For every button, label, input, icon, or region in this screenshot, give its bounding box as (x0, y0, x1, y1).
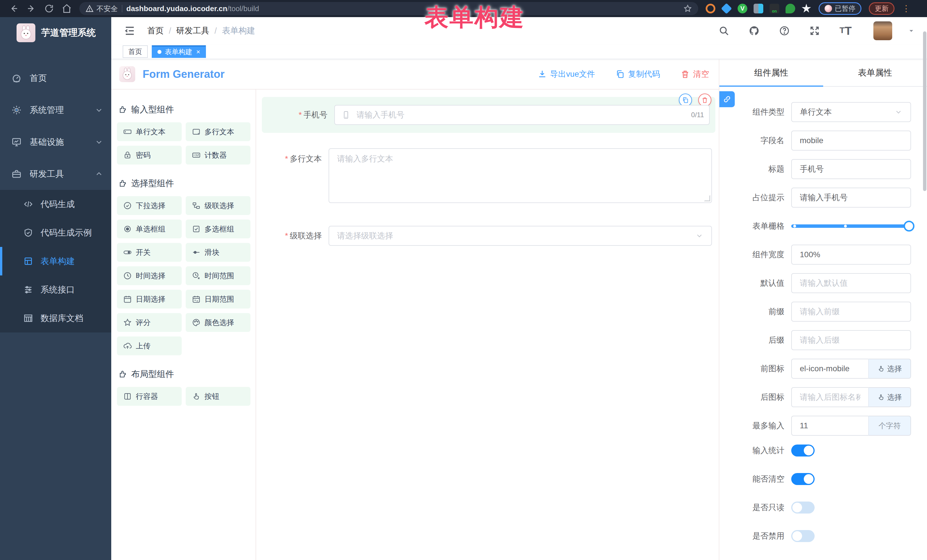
extension-icon[interactable]: on (769, 4, 779, 14)
app-logo-row[interactable]: 芋道管理系统 (0, 17, 111, 49)
drawing-board[interactable]: *手机号 0/11 *多行文本 (256, 90, 719, 560)
palette-item-select[interactable]: 下拉选择 (117, 196, 182, 215)
tab-form-props[interactable]: 表单属性 (823, 59, 927, 86)
sidebar-item-system-api[interactable]: 系统接口 (0, 275, 111, 304)
disabled-toggle[interactable] (791, 530, 815, 542)
title-input[interactable] (791, 159, 911, 179)
extension-icon[interactable] (786, 4, 795, 14)
mobile-input[interactable] (334, 105, 710, 125)
avatar-caret-icon[interactable] (908, 28, 915, 34)
address-bar[interactable]: 不安全 dashboard.yudao.iocoder.cn/tool/buil… (79, 2, 698, 15)
suffix-icon-select-button[interactable]: 选择 (868, 387, 911, 407)
palette-item-date-picker[interactable]: 日期选择 (117, 290, 182, 308)
sidebar-item-system[interactable]: 系统管理 (0, 94, 111, 126)
font-size-icon[interactable]: TT (839, 25, 852, 36)
palette-item-upload[interactable]: 上传 (117, 337, 182, 355)
tag-form-builder[interactable]: 表单构建 × (152, 46, 206, 58)
time-range-icon (192, 272, 201, 280)
browser-update-button[interactable]: 更新 (869, 2, 895, 15)
browser-home-icon[interactable] (62, 3, 72, 14)
width-input[interactable] (791, 244, 911, 265)
copy-code-button[interactable]: 复制代码 (615, 69, 660, 80)
palette-item-cascader[interactable]: 级联选择 (186, 196, 251, 215)
textarea-input[interactable] (328, 148, 712, 203)
page-scrollbar[interactable] (923, 31, 926, 559)
canvas-field-textarea[interactable]: *多行文本 (262, 148, 715, 204)
extension-icon[interactable]: V (738, 4, 747, 14)
readonly-toggle[interactable] (791, 502, 815, 513)
palette-item-rate[interactable]: 评分 (117, 313, 182, 332)
prefix-icon-select-button[interactable]: 选择 (868, 359, 911, 379)
palette-item-color-picker[interactable]: 颜色选择 (186, 313, 251, 332)
suffix-icon-input[interactable] (791, 387, 868, 407)
suffix-input[interactable] (791, 330, 911, 350)
sidebar-item-devtools[interactable]: 研发工具 (0, 158, 111, 190)
palette-item-single-text[interactable]: 单行文本 (117, 122, 182, 141)
browser-reload-icon[interactable] (44, 3, 54, 14)
sidebar-item-form-builder[interactable]: 表单构建 (0, 247, 111, 275)
security-chip[interactable]: 不安全 (85, 4, 118, 14)
cascader-select[interactable]: 请选择级联选择 (328, 226, 712, 246)
browser-back-icon[interactable] (9, 3, 19, 14)
input-stats-toggle[interactable] (791, 445, 815, 457)
slider-mark (844, 225, 847, 228)
github-icon[interactable] (749, 25, 760, 36)
palette-item-radio-group[interactable]: 单选框组 (117, 220, 182, 238)
palette-item-password[interactable]: 密码 (117, 146, 182, 164)
prefix-input[interactable] (791, 302, 911, 322)
canvas-field-mobile[interactable]: *手机号 0/11 (262, 97, 715, 133)
profile-paused-badge[interactable]: 已暂停 (819, 2, 862, 15)
sidebar-item-db-doc[interactable]: 数据库文档 (0, 304, 111, 332)
page-url[interactable]: dashboard.yudao.iocoder.cn/tool/build (126, 4, 259, 13)
sidebar-item-codegen[interactable]: 代码生成 (0, 190, 111, 219)
data-link-button[interactable] (719, 91, 735, 107)
palette-item-textarea[interactable]: 多行文本 (186, 122, 251, 141)
palette-item-switch[interactable]: 开关 (117, 243, 182, 262)
slider-handle[interactable] (904, 221, 915, 232)
breadcrumb-devtools[interactable]: 研发工具 (176, 25, 209, 36)
placeholder-input[interactable] (791, 188, 911, 208)
palette-item-row-container[interactable]: 行容器 (117, 387, 182, 406)
palette-item-checkbox-group[interactable]: 多选框组 (186, 220, 251, 238)
extension-icon[interactable] (706, 4, 715, 14)
tag-close-icon[interactable]: × (196, 49, 200, 55)
help-icon[interactable] (779, 25, 790, 36)
chevron-down-icon (95, 106, 103, 114)
palette-item-time-range[interactable]: 时间范围 (186, 266, 251, 285)
bookmark-star-icon[interactable] (684, 4, 692, 13)
scrollbar-thumb[interactable] (923, 31, 926, 191)
palette-item-date-range[interactable]: 日期范围 (186, 290, 251, 308)
form-grid-slider[interactable] (791, 225, 909, 228)
clear-button[interactable]: 清空 (681, 69, 709, 80)
extension-icon[interactable] (754, 4, 763, 14)
sidebar-item-codegen-demo[interactable]: 代码生成示例 (0, 219, 111, 247)
component-type-select[interactable]: 单行文本 (791, 102, 911, 122)
hamburger-collapse-icon[interactable] (124, 25, 136, 37)
default-value-input[interactable] (791, 273, 911, 293)
fullscreen-icon[interactable] (809, 25, 820, 36)
prefix-icon-input[interactable] (791, 359, 868, 379)
tab-component-props[interactable]: 组件属性 (719, 59, 823, 86)
palette-item-time-picker[interactable]: 时间选择 (117, 266, 182, 285)
canvas-field-cascader[interactable]: *级联选择 请选择级联选择 (262, 226, 715, 246)
clearable-toggle[interactable] (791, 473, 815, 485)
max-length-input[interactable] (791, 416, 868, 436)
sidebar-item-infra[interactable]: 基础设施 (0, 126, 111, 158)
sidebar-item-home[interactable]: 首页 (0, 62, 111, 94)
breadcrumb-home[interactable]: 首页 (147, 25, 164, 36)
palette-item-slider[interactable]: 滑块 (186, 243, 251, 262)
extension-icon[interactable] (801, 4, 811, 14)
user-avatar[interactable] (873, 21, 892, 40)
search-icon[interactable] (719, 25, 729, 36)
browser-forward-icon[interactable] (26, 3, 36, 14)
field-name-input[interactable] (791, 131, 911, 150)
tag-home[interactable]: 首页 (123, 46, 148, 58)
annotation-overlay-text: 表单构建 (424, 1, 525, 33)
extension-icon[interactable] (721, 3, 732, 14)
palette-item-button[interactable]: 按钮 (186, 387, 251, 406)
dashboard-icon (11, 73, 22, 83)
browser-menu-icon[interactable]: ⋮ (902, 7, 906, 10)
export-vue-button[interactable]: 导出vue文件 (538, 69, 595, 80)
palette-item-counter[interactable]: 计数器 (186, 146, 251, 164)
form-generator-title[interactable]: Form Generator (143, 68, 225, 80)
